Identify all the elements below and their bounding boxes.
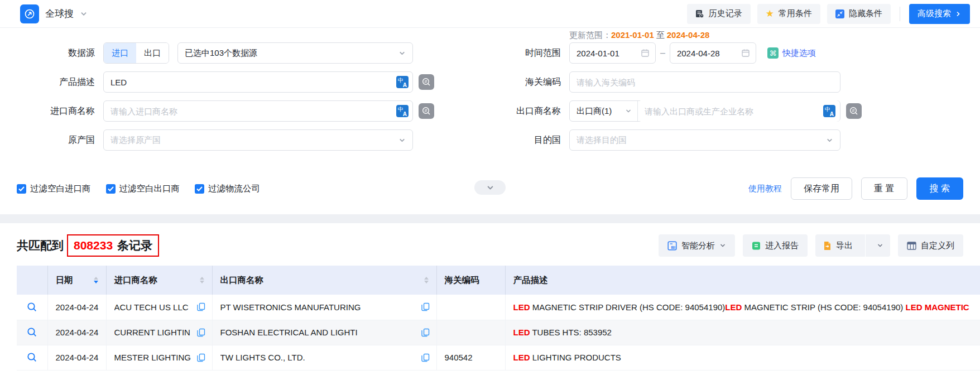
row-exporter-name[interactable]: TW LIGHTS CO., LTD. bbox=[220, 353, 305, 362]
update-range-end: 2024-04-28 bbox=[667, 30, 710, 40]
reset-button[interactable]: 重 置 bbox=[861, 177, 907, 200]
header-date: 日期 bbox=[47, 266, 106, 295]
copy-icon[interactable] bbox=[421, 328, 430, 337]
report-icon bbox=[752, 241, 761, 251]
fuzzy-match-icon[interactable] bbox=[419, 103, 434, 119]
table-row: 2024-04-24 MESTER LIGHTING TW LIGHTS CO.… bbox=[17, 345, 980, 370]
chevron-down-icon bbox=[625, 108, 632, 114]
exporter-input[interactable] bbox=[638, 100, 840, 122]
fuzzy-match-icon[interactable] bbox=[419, 74, 434, 90]
translate-icon[interactable]: 中A bbox=[823, 105, 835, 117]
copy-icon[interactable] bbox=[421, 353, 430, 362]
end-date-input[interactable]: 2024-04-28 bbox=[670, 42, 756, 64]
destination-country-select[interactable]: 请选择目的国 bbox=[569, 129, 840, 151]
sort-date-icon[interactable] bbox=[94, 277, 98, 284]
app-title: 全球搜 bbox=[45, 7, 74, 20]
exporter-label: 出口商名称 bbox=[497, 105, 569, 117]
sort-exporter-icon[interactable] bbox=[424, 277, 429, 284]
start-date-input[interactable]: 2024-01-01 bbox=[569, 42, 656, 64]
collapse-icon bbox=[835, 9, 844, 18]
topbar-divider bbox=[900, 7, 900, 21]
table-header-row: 日期 进口商名称 出口商名称 海关编码 bbox=[17, 266, 980, 295]
exporter-type-select[interactable]: 出口商(1) bbox=[570, 101, 638, 121]
results-section: 共匹配到 808233 条记录 BI 智能分析 bbox=[0, 231, 980, 371]
importer-input[interactable] bbox=[103, 100, 413, 122]
search-panel: 更新范围：2021-01-01至2024-04-28 数据源 进口 出口 已选中… bbox=[0, 28, 980, 214]
results-table: 日期 进口商名称 出口商名称 海关编码 bbox=[17, 266, 980, 371]
filter-logistics-checkbox[interactable]: 过滤物流公司 bbox=[195, 183, 260, 195]
hs-code-input[interactable] bbox=[569, 71, 840, 93]
split-divider bbox=[865, 234, 866, 257]
export-button[interactable]: 导出 bbox=[815, 234, 861, 257]
search-button[interactable]: 搜 索 bbox=[916, 177, 963, 200]
table-body: 2024-04-24 ACU TECH US LLC PT WISETRONIC… bbox=[17, 295, 980, 370]
importer-label: 进口商名称 bbox=[17, 105, 103, 117]
import-toggle[interactable]: 进口 bbox=[104, 43, 136, 63]
trade-direction-toggle: 进口 出口 bbox=[103, 42, 169, 64]
app-logo-globe-icon bbox=[20, 4, 39, 23]
row-importer-name[interactable]: CURRENT LIGHTIN bbox=[114, 328, 190, 337]
smart-analysis-button[interactable]: BI 智能分析 bbox=[659, 234, 735, 257]
row-detail-search-icon[interactable] bbox=[27, 302, 37, 312]
command-icon: ⌘ bbox=[767, 47, 779, 59]
advanced-search-button[interactable]: 高级搜索 bbox=[909, 4, 970, 24]
columns-icon bbox=[907, 242, 916, 250]
export-toggle[interactable]: 出口 bbox=[136, 43, 169, 63]
tutorial-link[interactable]: 使用教程 bbox=[748, 184, 782, 194]
data-source-label: 数据源 bbox=[17, 47, 103, 59]
copy-icon[interactable] bbox=[197, 302, 205, 311]
translate-icon[interactable]: 中A bbox=[396, 76, 409, 88]
header-product-desc: 产品描述 bbox=[505, 266, 980, 295]
copy-icon[interactable] bbox=[421, 302, 430, 311]
product-desc-label: 产品描述 bbox=[17, 76, 103, 88]
copy-icon[interactable] bbox=[197, 353, 205, 362]
history-button[interactable]: 历史记录 bbox=[687, 4, 751, 24]
filter-blank-exporter-checkbox[interactable]: 过滤空白出口商 bbox=[106, 183, 180, 195]
header-detail-column bbox=[17, 266, 47, 295]
row-importer-name[interactable]: MESTER LIGHTING bbox=[114, 353, 191, 362]
export-split-button: 导出 bbox=[815, 234, 890, 257]
section-divider bbox=[0, 214, 980, 223]
results-summary: 共匹配到 808233 条记录 bbox=[17, 234, 159, 257]
chevron-down-icon bbox=[398, 50, 406, 57]
custom-columns-button[interactable]: 自定义列 bbox=[898, 234, 963, 257]
record-count: 808233 bbox=[74, 239, 113, 252]
quick-options-link[interactable]: 快捷选项 bbox=[782, 48, 816, 59]
hide-conditions-button[interactable]: 隐藏条件 bbox=[827, 4, 891, 24]
row-detail-search-icon[interactable] bbox=[27, 327, 37, 338]
chevron-down-icon bbox=[826, 137, 833, 144]
copy-icon[interactable] bbox=[197, 328, 205, 337]
favorite-conditions-button[interactable]: ★ 常用条件 bbox=[757, 4, 820, 24]
update-range-note: 更新范围：2021-01-01至2024-04-28 bbox=[569, 30, 709, 41]
date-range-dash: – bbox=[660, 48, 665, 58]
hs-code-label: 海关编码 bbox=[497, 76, 569, 88]
header-exporter: 出口商名称 bbox=[212, 266, 436, 295]
filter-blank-importer-checkbox[interactable]: 过滤空白进口商 bbox=[17, 183, 91, 195]
update-range-start: 2021-01-01 bbox=[611, 30, 654, 40]
expand-collapse-button[interactable] bbox=[474, 180, 506, 195]
data-source-select[interactable]: 已选中103个数据源 bbox=[177, 42, 413, 64]
origin-country-label: 原产国 bbox=[17, 134, 103, 146]
record-count-suffix: 条记录 bbox=[117, 238, 152, 253]
destination-country-label: 目的国 bbox=[497, 134, 569, 146]
row-product-desc: LED MAGNETIC STRIP DRIVER (HS CODE: 9405… bbox=[505, 295, 980, 320]
sort-importer-icon[interactable] bbox=[200, 277, 204, 284]
enter-report-button[interactable]: 进入报告 bbox=[743, 234, 808, 257]
row-hs-code: 940542 bbox=[445, 353, 473, 362]
row-detail-search-icon[interactable] bbox=[27, 352, 37, 363]
svg-text:BI: BI bbox=[671, 244, 676, 249]
save-favorite-button[interactable]: 保存常用 bbox=[791, 177, 852, 200]
history-icon bbox=[695, 9, 704, 18]
row-exporter-name[interactable]: FOSHAN ELECTRICAL AND LIGHTI bbox=[220, 328, 358, 337]
row-importer-name[interactable]: ACU TECH US LLC bbox=[114, 302, 189, 312]
header-hs-code: 海关编码 bbox=[436, 266, 505, 295]
fuzzy-match-icon[interactable] bbox=[846, 103, 862, 119]
app-switcher-chevron-icon[interactable] bbox=[80, 10, 88, 18]
export-options-button[interactable] bbox=[870, 234, 890, 257]
table-row: 2024-04-24 CURRENT LIGHTIN FOSHAN ELECTR… bbox=[17, 320, 980, 345]
checkbox-checked-icon bbox=[17, 184, 26, 194]
row-exporter-name[interactable]: PT WISETRONICS MANUFATURING bbox=[220, 302, 361, 312]
translate-icon[interactable]: 中A bbox=[396, 105, 409, 117]
origin-country-select[interactable]: 请选择原产国 bbox=[103, 129, 413, 151]
product-desc-input[interactable] bbox=[103, 71, 413, 93]
